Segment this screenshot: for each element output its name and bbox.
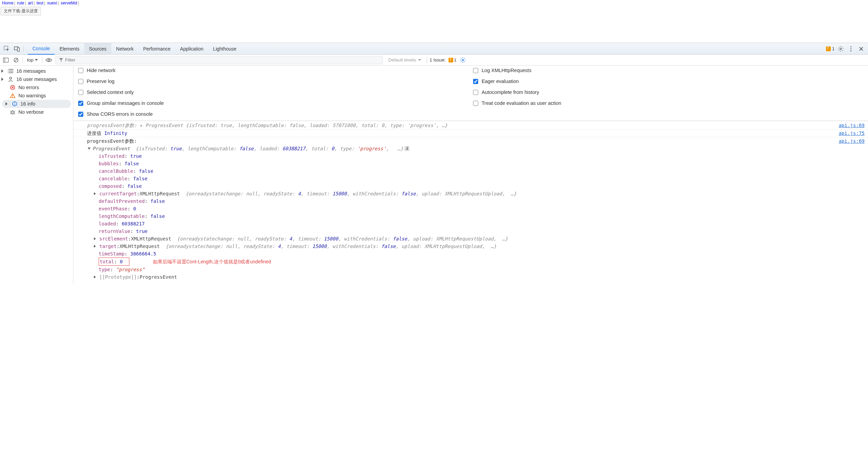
console-settings-gear-icon[interactable] — [459, 56, 467, 64]
log-levels-selector[interactable]: Default levels — [386, 57, 424, 63]
svg-rect-2 — [17, 48, 19, 51]
info-icon — [12, 101, 18, 107]
file-download-button[interactable]: 文件下载-显示进度 — [1, 7, 41, 15]
console-settings-panel: Hide network Preserve log Selected conte… — [73, 66, 868, 121]
tab-sources[interactable]: Sources — [84, 43, 111, 54]
tab-console[interactable]: Console — [28, 43, 55, 55]
chevron-down-icon — [418, 59, 421, 61]
object-tree: ProgressEvent {isTrusted: true, lengthCo… — [73, 145, 868, 281]
object-property-expandable[interactable]: srcElement: XMLHttpRequest {onreadystate… — [93, 235, 868, 243]
svg-point-4 — [850, 46, 851, 47]
chk-hide-network[interactable]: Hide network — [78, 68, 473, 73]
red-annotation: 如果后端不设置Cont-Length,这个值就是0或者undefined — [153, 259, 271, 264]
sidebar-item-messages[interactable]: 16 messages — [0, 67, 73, 75]
object-property-expandable[interactable]: target: XMLHttpRequest {onreadystatechan… — [93, 243, 868, 250]
svg-point-3 — [840, 48, 841, 49]
kebab-menu-icon[interactable] — [847, 45, 855, 53]
sidebar-item-errors[interactable]: No errors — [0, 83, 73, 92]
chk-autocomplete[interactable]: Autocomplete from history — [473, 89, 868, 95]
svg-point-17 — [8, 71, 9, 71]
console-output: progressEvent参数: ▸ ProgressEvent {isTrus… — [73, 121, 868, 284]
tab-application[interactable]: Application — [175, 43, 209, 54]
chk-user-action[interactable]: Treat code evaluation as user action — [473, 100, 868, 106]
execution-context-selector[interactable]: top — [26, 57, 39, 63]
object-property[interactable]: isTrusted: true — [93, 152, 868, 160]
tab-lighthouse[interactable]: Lighthouse — [208, 43, 241, 54]
info-pill-icon[interactable]: i — [404, 146, 409, 151]
warning-icon — [826, 46, 831, 51]
object-property[interactable]: defaultPrevented: false — [93, 197, 868, 205]
sidebar-item-verbose[interactable]: No verbose — [0, 108, 73, 116]
chk-preserve-log[interactable]: Preserve log — [78, 79, 473, 84]
live-expression-eye-icon[interactable] — [45, 56, 53, 64]
object-summary[interactable]: ProgressEvent {isTrusted: true, lengthCo… — [93, 145, 868, 152]
chk-group-similar[interactable]: Group similar messages in console — [78, 100, 473, 106]
clear-console-icon[interactable] — [12, 56, 20, 64]
expand-caret-icon — [94, 237, 97, 240]
object-property[interactable]: lengthComputable: false — [93, 212, 868, 220]
object-property[interactable]: loaded: 60388217 — [93, 220, 868, 227]
source-link[interactable]: api.js:75 — [839, 129, 865, 137]
divider — [23, 57, 23, 63]
log-row[interactable]: 进度值 Infinity api.js:75 — [73, 129, 868, 137]
object-property[interactable]: timeStamp: 3866664.5 — [93, 250, 868, 258]
divider — [23, 46, 24, 52]
settings-gear-icon[interactable] — [837, 45, 845, 53]
warning-triangle-icon — [10, 93, 16, 98]
nav-link[interactable]: test — [37, 1, 43, 5]
chk-selected-context[interactable]: Selected context only — [78, 89, 473, 95]
source-link[interactable]: api.js:69 — [839, 137, 865, 145]
expand-caret-icon — [94, 192, 97, 195]
chk-show-cors[interactable]: Show CORS errors in console — [78, 111, 473, 117]
object-property[interactable]: cancelable: false — [93, 175, 868, 182]
object-prototype[interactable]: [[Prototype]]: ProgressEvent — [93, 273, 868, 281]
inspect-element-icon[interactable] — [3, 45, 11, 53]
svg-point-12 — [462, 59, 464, 60]
expand-caret-icon — [94, 276, 97, 278]
divider — [42, 57, 42, 63]
nav-link[interactable]: Home — [2, 1, 13, 5]
divider — [427, 57, 427, 63]
nav-link[interactable]: serveMd — [61, 1, 77, 5]
object-property[interactable]: returnValue: true — [93, 227, 868, 235]
chevron-down-icon — [35, 59, 38, 61]
caret-icon — [5, 102, 8, 106]
filter-icon — [59, 58, 63, 62]
chk-log-xhr[interactable]: Log XMLHttpRequests — [473, 68, 868, 73]
object-property[interactable]: composed: false — [93, 182, 868, 190]
tab-network[interactable]: Network — [111, 43, 138, 54]
caret-icon — [1, 69, 3, 73]
device-toolbar-icon[interactable] — [13, 45, 21, 53]
nav-link[interactable]: rule — [17, 1, 24, 5]
tab-elements[interactable]: Elements — [55, 43, 84, 54]
svg-line-10 — [15, 59, 17, 61]
object-property[interactable]: cancelBubble: false — [93, 167, 868, 175]
log-row[interactable]: progressEvent参数: api.js:69 — [73, 137, 868, 145]
caret-icon — [1, 78, 3, 81]
chk-eager-eval[interactable]: Eager evaluation — [473, 79, 868, 84]
object-property[interactable]: eventPhase: 0 — [93, 205, 868, 212]
filter-input[interactable]: Filter — [55, 56, 383, 64]
toggle-sidebar-icon[interactable] — [2, 56, 10, 64]
sidebar-item-warnings[interactable]: No warnings — [0, 92, 73, 100]
list-icon — [8, 69, 14, 73]
object-property[interactable]: type: "progress" — [93, 266, 868, 273]
svg-point-18 — [8, 72, 9, 73]
object-property-expandable[interactable]: currentTarget: XMLHttpRequest {onreadyst… — [93, 190, 868, 197]
console-sidebar: 16 messages 16 user messages No errors N… — [0, 66, 73, 284]
nav-link[interactable]: art — [28, 1, 33, 5]
svg-point-5 — [850, 48, 851, 49]
source-link[interactable]: api.js:69 — [839, 122, 865, 129]
object-property[interactable]: bubbles: false — [93, 160, 868, 167]
close-devtools-icon[interactable] — [857, 45, 865, 53]
sidebar-item-user-messages[interactable]: 16 user messages — [0, 75, 73, 83]
page-nav: Home| rule| art| test| xuexi| serveMd| — [0, 0, 868, 6]
issues-summary[interactable]: 1 Issue: 1 — [430, 57, 457, 63]
tab-performance[interactable]: Performance — [138, 43, 175, 54]
svg-point-11 — [48, 59, 49, 61]
log-row[interactable]: progressEvent参数: ▸ ProgressEvent {isTrus… — [73, 121, 868, 129]
object-property-highlighted[interactable]: total: 0 如果后端不设置Cont-Length,这个值就是0或者unde… — [93, 258, 868, 266]
nav-link[interactable]: xuexi — [47, 1, 57, 5]
issues-indicator[interactable]: 1 — [826, 46, 835, 51]
sidebar-item-info[interactable]: 16 info — [2, 100, 71, 108]
